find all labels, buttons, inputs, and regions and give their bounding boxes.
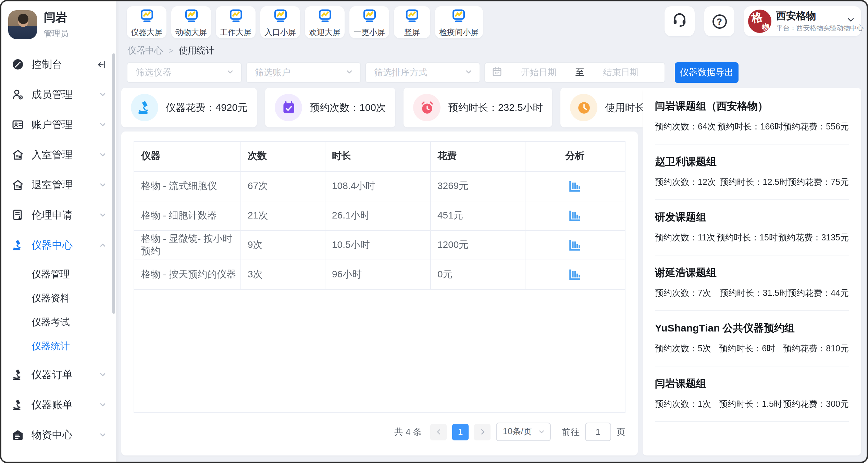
sidebar-item-members[interactable]: 成员管理	[1, 79, 116, 110]
sidebar-item-room-entry[interactable]: 入室管理	[1, 140, 116, 170]
stat-label: 预约时长：	[448, 102, 498, 113]
group-cost: 预约花费：3135元	[778, 232, 849, 244]
group-cost: 预约花费：300元	[783, 399, 849, 410]
org-logo: 格 物	[748, 10, 771, 33]
next-page-button[interactable]	[474, 424, 491, 440]
breadcrumb: 仪器中心 > 使用统计	[116, 38, 867, 57]
cell-count: 21次	[240, 201, 325, 230]
chevron-down-icon	[464, 66, 473, 79]
table-row: 格物 - 流式细胞仪 67次 108.4小时 3269元	[134, 171, 625, 201]
tab-vertical-screen[interactable]: 竖屏	[394, 6, 430, 38]
tab-entrance-screen[interactable]: 入口小屏	[260, 6, 300, 38]
sidebar-item-supplies-center[interactable]: 物资中心	[1, 420, 116, 450]
group-item: 闫岩课题组 预约次数：1次 预约时长：1.5时 预约花费：300元	[655, 366, 849, 422]
group-cost: 预约花费：44元	[788, 288, 849, 299]
sidebar-scrollbar[interactable]	[112, 53, 115, 314]
sidebar-item-accounts[interactable]: 账户管理	[1, 110, 116, 140]
bar-chart-icon[interactable]	[568, 238, 582, 252]
chevron-down-icon	[99, 121, 107, 129]
tab-yigeng-screen[interactable]: 一更小屏	[349, 6, 389, 38]
cell-cost: 451元	[430, 201, 525, 230]
chevron-down-icon	[226, 66, 234, 79]
tab-label: 工作大屏	[220, 27, 251, 37]
chevron-down-icon	[345, 66, 354, 79]
sidebar-item-instrument-stats[interactable]: 仪器统计	[1, 334, 116, 358]
org-account-menu[interactable]: 格 物 西安格物 平台：西安格物实验动物中心	[744, 6, 861, 36]
user-name: 闫岩	[44, 11, 69, 25]
goto-page-input[interactable]	[585, 423, 611, 441]
tab-work-screen[interactable]: 工作大屏	[216, 6, 256, 38]
breadcrumb-separator: >	[169, 46, 173, 55]
end-date-field[interactable]: 结束日期	[584, 66, 658, 79]
tab-quarantine-screen[interactable]: 检疫间小屏	[435, 6, 483, 38]
sidebar-item-label: 伦理申请	[32, 209, 99, 222]
group-bookings: 预约次数：12次	[655, 177, 720, 188]
sidebar-item-label: 仪器账单	[32, 398, 99, 411]
page-size-select[interactable]: 10条/页	[496, 423, 551, 441]
date-range-picker[interactable]: 开始日期 至 结束日期	[484, 62, 665, 83]
table-row: 格物 - 按天预约的仪器 3次 96小时 0元	[134, 260, 625, 289]
warehouse-icon	[12, 429, 24, 441]
main-area: 仪器大屏 动物大屏 工作大屏 入口小屏 欢迎大屏	[116, 1, 867, 462]
cell-instrument: 格物 - 流式细胞仪	[134, 171, 240, 201]
cell-count: 9次	[240, 230, 325, 260]
tab-welcome-screen[interactable]: 欢迎大屏	[305, 6, 345, 38]
help-button[interactable]	[704, 6, 734, 36]
sort-filter-select[interactable]: 筛选排序方式	[365, 62, 480, 83]
support-button[interactable]	[665, 6, 695, 36]
select-placeholder: 筛选仪器	[136, 66, 226, 79]
calendar-check-icon	[275, 94, 302, 121]
col-header-analysis: 分析	[525, 142, 625, 171]
pagination-total: 共 4 条	[394, 426, 422, 438]
stat-value: 4920元	[215, 102, 248, 113]
monitor-icon	[317, 8, 333, 26]
sidebar-item-label: 成员管理	[32, 88, 99, 101]
sidebar-item-room-exit[interactable]: 退室管理	[1, 170, 116, 200]
tab-instrument-screen[interactable]: 仪器大屏	[127, 6, 166, 38]
sidebar-item-instrument-orders[interactable]: 仪器订单	[1, 360, 116, 390]
document-flask-icon	[12, 209, 24, 221]
page-number-button[interactable]: 1	[452, 424, 469, 440]
left-column: 仪器花费：4920元 预约次数：100次 预约时长：232.5小时	[121, 88, 638, 455]
tab-label: 仪器大屏	[131, 27, 162, 37]
prev-page-button[interactable]	[430, 424, 447, 440]
sidebar-item-instrument-docs[interactable]: 仪器资料	[1, 286, 116, 310]
collapse-sidebar-icon[interactable]	[97, 59, 107, 70]
logo-char: 格	[751, 11, 763, 24]
instrument-filter-select[interactable]: 筛选仪器	[127, 62, 242, 83]
select-placeholder: 筛选排序方式	[374, 66, 464, 79]
bar-chart-icon[interactable]	[568, 179, 582, 193]
pagination: 共 4 条 1 10条/页 前往	[134, 423, 625, 441]
cell-count: 3次	[240, 260, 325, 289]
monitor-icon	[139, 8, 154, 26]
sidebar-item-ethics[interactable]: 伦理申请	[1, 200, 116, 230]
account-filter-select[interactable]: 筛选账户	[246, 62, 361, 83]
usage-table-box: 仪器 次数 时长 花费 分析 格物 - 流式细胞仪 67	[134, 141, 625, 413]
group-bookings: 预约次数：1次	[655, 399, 719, 410]
sidebar-item-instrument-exam[interactable]: 仪器考试	[1, 310, 116, 334]
filters-row: 筛选仪器 筛选账户 筛选排序方式 开始日期 至 结束日期 仪器数据导出	[121, 62, 856, 83]
app-window: 闫岩 管理员 控制台 成员管理	[0, 0, 868, 463]
sidebar-item-instrument-center[interactable]: 仪器中心	[1, 230, 116, 260]
sidebar-item-label: 仪器中心	[32, 239, 99, 252]
chevron-down-icon	[99, 431, 107, 439]
bar-chart-icon[interactable]	[568, 209, 582, 222]
stat-card-booked-hours: 预约时长：232.5小时	[404, 88, 553, 127]
sidebar-item-instrument-mgmt[interactable]: 仪器管理	[1, 262, 116, 286]
start-date-field[interactable]: 开始日期	[502, 66, 575, 79]
export-data-button[interactable]: 仪器数据导出	[675, 62, 739, 83]
tab-animal-screen[interactable]: 动物大屏	[171, 6, 211, 38]
stat-card-cost: 仪器花费：4920元	[121, 88, 257, 127]
bar-chart-icon[interactable]	[568, 267, 582, 281]
cell-cost: 0元	[430, 260, 525, 289]
chevron-down-icon	[99, 211, 107, 219]
clock-icon	[570, 94, 598, 121]
avatar[interactable]	[8, 10, 37, 39]
table-header-row: 仪器 次数 时长 花费 分析	[134, 142, 625, 171]
sidebar-item-console[interactable]: 控制台	[1, 49, 116, 79]
sidebar-item-instrument-bills[interactable]: 仪器账单	[1, 390, 116, 420]
tab-label: 一更小屏	[354, 27, 385, 37]
breadcrumb-parent[interactable]: 仪器中心	[127, 45, 163, 57]
sidebar-item-label: 退室管理	[32, 178, 99, 191]
content-row: 仪器花费：4920元 预约次数：100次 预约时长：232.5小时	[116, 83, 867, 462]
